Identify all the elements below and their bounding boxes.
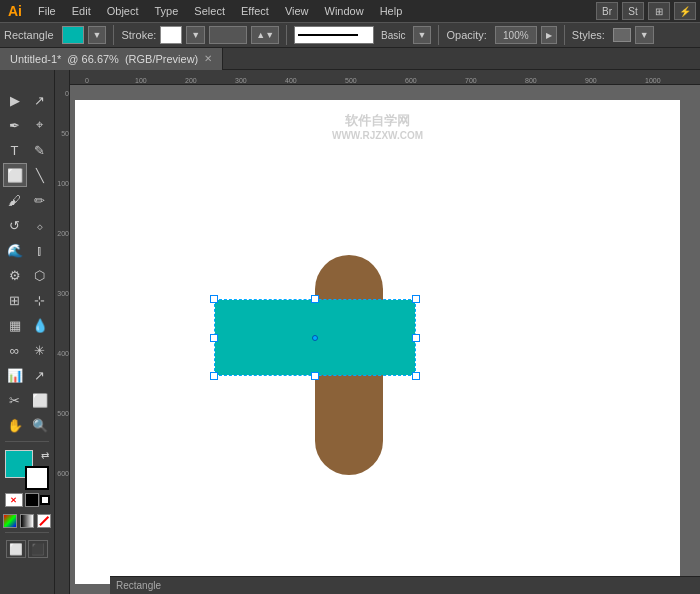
menu-help[interactable]: Help bbox=[372, 3, 411, 19]
canvas-area[interactable]: 0 100 200 300 400 500 600 700 800 900 10… bbox=[55, 70, 700, 594]
pencil-tool[interactable]: ✏ bbox=[28, 188, 52, 212]
menu-items: File Edit Object Type Select Effect View… bbox=[30, 3, 410, 19]
menu-select[interactable]: Select bbox=[186, 3, 233, 19]
tool-row-13: ✂ ⬜ bbox=[3, 388, 52, 412]
normal-screen-btn[interactable]: ⬜ bbox=[6, 540, 26, 558]
stroke-dropdown[interactable]: ▼ bbox=[186, 26, 205, 44]
default-colors bbox=[25, 493, 50, 507]
tool-row-11: ∞ ✳ bbox=[3, 338, 52, 362]
selection-handle-bc[interactable] bbox=[311, 372, 319, 380]
fill-stroke-pair: ⇄ bbox=[5, 450, 49, 490]
column-graph-tool[interactable]: 📊 bbox=[3, 363, 27, 387]
selection-tool[interactable]: ▶ bbox=[3, 88, 27, 112]
scale-tool[interactable]: ⬦ bbox=[28, 213, 52, 237]
tool-row-12: 📊 ↗ bbox=[3, 363, 52, 387]
styles-swatch[interactable] bbox=[613, 28, 631, 42]
selection-handle-tl[interactable] bbox=[210, 295, 218, 303]
full-screen-btn[interactable]: ⬛ bbox=[28, 540, 48, 558]
selection-handle-tc[interactable] bbox=[311, 295, 319, 303]
swap-colors-icon[interactable]: ⇄ bbox=[41, 450, 49, 461]
symbol-sprayer-tool[interactable]: ✳ bbox=[28, 338, 52, 362]
right-panel-icons: Br St ⊞ ⚡ bbox=[596, 2, 700, 20]
hand-tool[interactable]: ✋ bbox=[3, 413, 27, 437]
styles-dropdown[interactable]: ▼ bbox=[635, 26, 654, 44]
tab-title: Untitled-1* bbox=[10, 53, 61, 65]
menu-bar: Ai File Edit Object Type Select Effect V… bbox=[0, 0, 700, 22]
app-logo: Ai bbox=[0, 0, 30, 22]
styles-label: Styles: bbox=[572, 29, 605, 41]
none-color-box[interactable]: ✕ bbox=[5, 493, 23, 507]
paintbrush-tool[interactable]: 🖌 bbox=[3, 188, 27, 212]
touch-type-tool[interactable]: ✎ bbox=[28, 138, 52, 162]
selection-handle-ml[interactable] bbox=[210, 334, 218, 342]
default-fill[interactable] bbox=[25, 493, 39, 507]
stroke-weight-dropdown[interactable]: ▲▼ bbox=[251, 26, 279, 44]
menu-window[interactable]: Window bbox=[317, 3, 372, 19]
curvature-tool[interactable]: ⌖ bbox=[28, 113, 52, 137]
stroke-color-box[interactable] bbox=[160, 26, 182, 44]
watermark: 软件自学网 WWW.RJZXW.COM bbox=[332, 112, 423, 141]
tool-row-2: ✒ ⌖ bbox=[3, 113, 52, 137]
line-segment-tool[interactable]: ╲ bbox=[28, 163, 52, 187]
tool-row-4: ⬜ ╲ bbox=[3, 163, 52, 187]
default-stroke[interactable] bbox=[40, 495, 50, 505]
opacity-value[interactable]: 100% bbox=[495, 26, 537, 44]
gradient-mode-btn[interactable] bbox=[20, 514, 34, 528]
tool-row-9: ⊞ ⊹ bbox=[3, 288, 52, 312]
gradient-tool[interactable]: ▦ bbox=[3, 313, 27, 337]
perspective-grid-tool[interactable]: ⊞ bbox=[3, 288, 27, 312]
type-tool[interactable]: T bbox=[3, 138, 27, 162]
menu-type[interactable]: Type bbox=[147, 3, 187, 19]
pen-tool[interactable]: ✒ bbox=[3, 113, 27, 137]
opacity-arrow[interactable]: ▶ bbox=[541, 26, 557, 44]
status-bar: Rectangle bbox=[110, 576, 700, 594]
tab-close-button[interactable]: ✕ bbox=[204, 53, 212, 64]
menu-file[interactable]: File bbox=[30, 3, 64, 19]
bridge-icon[interactable]: Br bbox=[596, 2, 618, 20]
artboard: 软件自学网 WWW.RJZXW.COM bbox=[75, 100, 680, 584]
width-tool[interactable]: ⫿ bbox=[28, 238, 52, 262]
eyedropper-tool[interactable]: 💧 bbox=[28, 313, 52, 337]
line-style-selector[interactable] bbox=[294, 26, 374, 44]
stroke-color-box-left[interactable] bbox=[25, 466, 49, 490]
direct-selection-tool[interactable]: ↗ bbox=[28, 88, 52, 112]
tool-row-6: ↺ ⬦ bbox=[3, 213, 52, 237]
shape-builder-tool[interactable]: ⚙ bbox=[3, 263, 27, 287]
none-default-row: ✕ bbox=[5, 493, 50, 507]
fill-color-swatch[interactable] bbox=[62, 26, 84, 44]
stock-icon[interactable]: St bbox=[622, 2, 644, 20]
fill-dropdown[interactable]: ▼ bbox=[88, 26, 107, 44]
eraser-tool[interactable]: ⬜ bbox=[28, 388, 52, 412]
view-mode-row: ⬜ ⬛ bbox=[6, 540, 48, 558]
slice-tool[interactable]: ✂ bbox=[3, 388, 27, 412]
bottom-separator bbox=[5, 532, 49, 533]
tab-mode: (RGB/Preview) bbox=[125, 53, 198, 65]
zoom-tool[interactable]: 🔍 bbox=[28, 413, 52, 437]
menu-edit[interactable]: Edit bbox=[64, 3, 99, 19]
selection-handle-mr[interactable] bbox=[412, 334, 420, 342]
teal-rectangle-shape[interactable] bbox=[215, 300, 415, 375]
none-mode-btn[interactable] bbox=[37, 514, 51, 528]
artboard-tool[interactable]: ↗ bbox=[28, 363, 52, 387]
blend-tool[interactable]: ∞ bbox=[3, 338, 27, 362]
live-paint-tool[interactable]: ⬡ bbox=[28, 263, 52, 287]
color-mode-btn[interactable] bbox=[3, 514, 17, 528]
rotate-tool[interactable]: ↺ bbox=[3, 213, 27, 237]
tool-row-7: 🌊 ⫿ bbox=[3, 238, 52, 262]
line-style-dropdown[interactable]: ▼ bbox=[413, 26, 432, 44]
rectangle-tool[interactable]: ⬜ bbox=[3, 163, 27, 187]
grid-icon[interactable]: ⊞ bbox=[648, 2, 670, 20]
stroke-weight[interactable] bbox=[209, 26, 247, 44]
warp-tool[interactable]: 🌊 bbox=[3, 238, 27, 262]
selection-handle-bl[interactable] bbox=[210, 372, 218, 380]
cc-icon[interactable]: ⚡ bbox=[674, 2, 696, 20]
separator-3 bbox=[438, 25, 439, 45]
selection-handle-br[interactable] bbox=[412, 372, 420, 380]
menu-object[interactable]: Object bbox=[99, 3, 147, 19]
menu-effect[interactable]: Effect bbox=[233, 3, 277, 19]
menu-view[interactable]: View bbox=[277, 3, 317, 19]
selection-handle-tr[interactable] bbox=[412, 295, 420, 303]
main-area: ▶ ↗ ✒ ⌖ T ✎ ⬜ ╲ 🖌 ✏ ↺ ⬦ 🌊 ⫿ ⚙ ⬡ bbox=[0, 70, 700, 594]
mesh-tool[interactable]: ⊹ bbox=[28, 288, 52, 312]
document-tab[interactable]: Untitled-1* @ 66.67% (RGB/Preview) ✕ bbox=[0, 48, 223, 70]
